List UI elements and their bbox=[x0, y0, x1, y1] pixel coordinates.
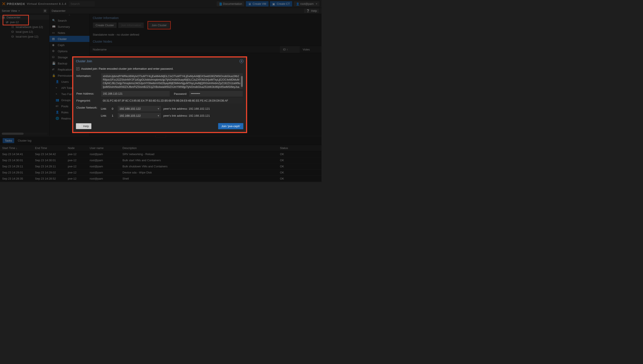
peer-link-address: peer's link address: 192.168.103.121 bbox=[163, 114, 210, 117]
peer-address-label: Peer Address: bbox=[76, 91, 99, 95]
peer-address-input[interactable] bbox=[101, 91, 170, 97]
information-label: Information: bbox=[76, 73, 99, 78]
peer-link-address: peer's link address: 192.168.102.121 bbox=[163, 107, 210, 110]
highlight-cluster-join-modal: Cluster Join ✕ ✓ Assisted join: Paste en… bbox=[72, 56, 247, 133]
link-address-value: 192.168.103.122 bbox=[119, 114, 141, 117]
cluster-link-row: Link:1192.168.103.122▾peer's link addres… bbox=[101, 112, 243, 119]
password-input[interactable] bbox=[189, 91, 243, 97]
join-information-textarea[interactable] bbox=[101, 73, 243, 89]
assisted-join-label: Assisted join: Paste encoded cluster joi… bbox=[81, 67, 173, 70]
textarea-scrollbar[interactable] bbox=[241, 73, 243, 90]
cluster-link-row: Link:0192.168.102.122▾peer's link addres… bbox=[101, 106, 243, 112]
close-icon: ✕ bbox=[240, 60, 242, 63]
link-address-select[interactable]: 192.168.103.122▾ bbox=[117, 112, 161, 119]
link-address-select[interactable]: 192.168.102.122▾ bbox=[117, 106, 161, 112]
assisted-join-checkbox[interactable]: ✓ bbox=[76, 67, 79, 70]
link-address-value: 192.168.102.122 bbox=[119, 107, 141, 110]
link-label: Link: bbox=[101, 107, 110, 110]
help-icon: ❔ bbox=[78, 124, 82, 128]
cluster-network-label: Cluster Network: bbox=[76, 105, 99, 109]
cluster-join-modal: Cluster Join ✕ ✓ Assisted join: Paste en… bbox=[73, 58, 246, 132]
modal-help-button[interactable]: ❔Help bbox=[76, 123, 91, 129]
link-label: Link: bbox=[101, 114, 110, 117]
fingerprint-label: Fingerprint: bbox=[76, 98, 99, 102]
fingerprint-field bbox=[101, 98, 243, 104]
chevron-down-icon: ▾ bbox=[158, 107, 159, 110]
link-number: 0 bbox=[112, 107, 115, 110]
modal-close-button[interactable]: ✕ bbox=[239, 59, 243, 63]
chevron-down-icon: ▾ bbox=[158, 114, 159, 117]
password-label: Password: bbox=[174, 92, 187, 96]
modal-title: Cluster Join bbox=[76, 60, 92, 63]
join-submit-button[interactable]: Join 'pve-ceph' bbox=[218, 123, 243, 129]
link-number: 1 bbox=[112, 114, 115, 117]
